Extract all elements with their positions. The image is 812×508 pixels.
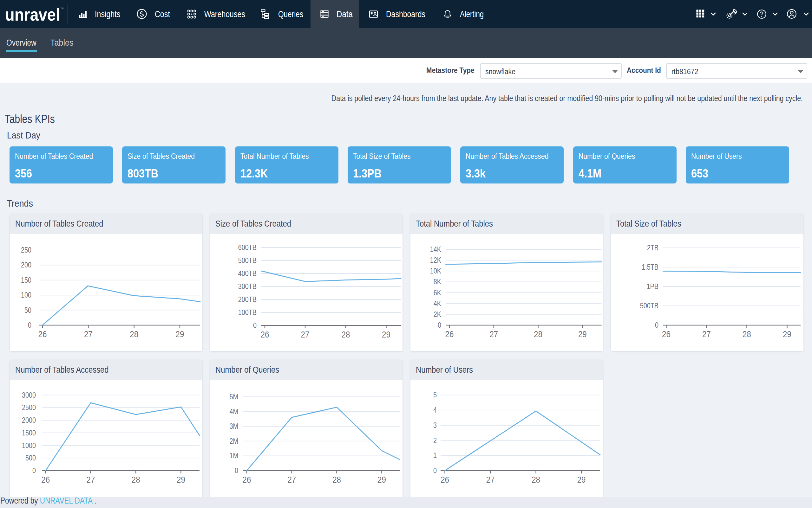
svg-text:27: 27 xyxy=(84,329,92,339)
svg-text:26: 26 xyxy=(440,474,449,484)
svg-text:1000: 1000 xyxy=(22,441,36,450)
svg-text:27: 27 xyxy=(486,474,495,484)
svg-text:0: 0 xyxy=(235,467,238,475)
svg-text:4: 4 xyxy=(433,406,437,415)
svg-text:2M: 2M xyxy=(230,437,238,445)
svg-text:28: 28 xyxy=(131,474,140,484)
svg-text:200: 200 xyxy=(21,261,31,269)
svg-text:3000: 3000 xyxy=(22,391,36,399)
svg-text:27: 27 xyxy=(702,329,711,339)
svg-text:26: 26 xyxy=(261,329,269,339)
svg-text:26: 26 xyxy=(38,329,47,339)
svg-text:3M: 3M xyxy=(230,422,238,431)
svg-text:50: 50 xyxy=(25,306,31,314)
svg-text:500: 500 xyxy=(25,454,36,462)
svg-text:0: 0 xyxy=(28,321,31,330)
svg-text:26: 26 xyxy=(243,474,251,484)
svg-text:2500: 2500 xyxy=(22,404,36,412)
svg-text:1PB: 1PB xyxy=(647,283,658,291)
svg-text:400TB: 400TB xyxy=(238,270,257,278)
svg-text:3: 3 xyxy=(433,421,437,430)
svg-text:14K: 14K xyxy=(430,246,441,254)
svg-text:2TB: 2TB xyxy=(647,244,658,252)
svg-text:6K: 6K xyxy=(434,289,441,297)
svg-text:5M: 5M xyxy=(230,393,238,401)
svg-text:29: 29 xyxy=(783,329,791,339)
svg-text:29: 29 xyxy=(577,474,586,484)
svg-text:28: 28 xyxy=(532,474,540,484)
svg-text:0: 0 xyxy=(32,467,36,475)
svg-text:200TB: 200TB xyxy=(238,296,257,304)
svg-text:300TB: 300TB xyxy=(238,283,257,291)
svg-text:100: 100 xyxy=(21,291,31,299)
svg-text:29: 29 xyxy=(378,474,386,484)
svg-text:29: 29 xyxy=(177,474,185,484)
svg-text:100TB: 100TB xyxy=(238,309,257,317)
svg-text:29: 29 xyxy=(176,329,184,339)
svg-text:27: 27 xyxy=(287,474,296,484)
svg-text:1.5TB: 1.5TB xyxy=(642,263,658,271)
svg-text:0: 0 xyxy=(253,322,257,330)
svg-text:600TB: 600TB xyxy=(238,244,257,252)
svg-text:4K: 4K xyxy=(434,299,441,308)
svg-text:10K: 10K xyxy=(430,267,441,276)
svg-text:0: 0 xyxy=(655,321,658,330)
svg-text:150: 150 xyxy=(21,276,31,284)
svg-text:29: 29 xyxy=(578,329,587,339)
svg-text:28: 28 xyxy=(534,329,542,339)
svg-text:1500: 1500 xyxy=(22,429,36,437)
svg-text:0: 0 xyxy=(433,467,437,475)
svg-text:250: 250 xyxy=(21,246,31,254)
svg-text:8K: 8K xyxy=(434,278,441,286)
svg-text:2K: 2K xyxy=(434,310,441,319)
svg-text:28: 28 xyxy=(130,329,138,339)
svg-text:28: 28 xyxy=(342,329,350,339)
svg-text:28: 28 xyxy=(742,329,751,339)
svg-text:2: 2 xyxy=(433,436,437,444)
svg-text:0: 0 xyxy=(438,321,441,330)
svg-text:4M: 4M xyxy=(230,408,238,416)
svg-text:2000: 2000 xyxy=(22,416,36,425)
svg-text:26: 26 xyxy=(662,329,670,339)
svg-text:26: 26 xyxy=(41,474,50,484)
svg-text:1M: 1M xyxy=(230,452,238,460)
svg-text:1: 1 xyxy=(433,452,437,460)
svg-text:27: 27 xyxy=(87,474,95,484)
svg-text:29: 29 xyxy=(382,329,390,339)
svg-text:12K: 12K xyxy=(430,256,441,265)
svg-text:26: 26 xyxy=(445,329,454,339)
svg-text:28: 28 xyxy=(333,474,341,484)
svg-text:500TB: 500TB xyxy=(238,257,257,265)
svg-text:27: 27 xyxy=(490,329,498,339)
svg-text:27: 27 xyxy=(301,329,310,339)
svg-text:500TB: 500TB xyxy=(640,302,658,310)
svg-text:5: 5 xyxy=(433,391,437,399)
